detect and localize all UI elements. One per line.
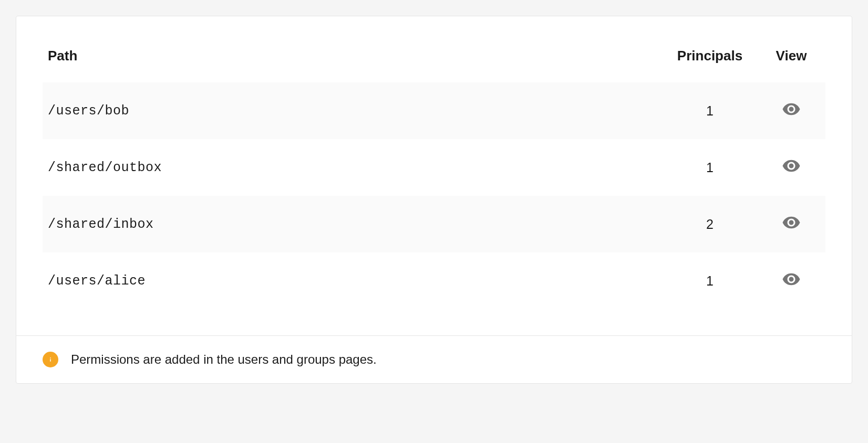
footer: Permissions are added in the users and g… <box>16 335 852 383</box>
table-row: /users/bob1 <box>43 82 825 139</box>
header-view: View <box>757 37 825 82</box>
info-icon <box>43 352 58 367</box>
table-row: /shared/outbox1 <box>43 139 825 196</box>
cell-principals: 2 <box>663 196 757 252</box>
eye-icon[interactable] <box>782 156 801 175</box>
cell-path: /shared/outbox <box>43 139 663 196</box>
cell-principals: 1 <box>663 139 757 196</box>
table-row: /shared/inbox2 <box>43 196 825 252</box>
eye-icon[interactable] <box>782 270 801 289</box>
permissions-table: Path Principals View /users/bob1/shared/… <box>43 37 825 309</box>
eye-icon[interactable] <box>782 100 801 119</box>
footer-message: Permissions are added in the users and g… <box>71 352 377 367</box>
permissions-card: Path Principals View /users/bob1/shared/… <box>16 16 852 384</box>
cell-path: /users/bob <box>43 82 663 139</box>
header-principals: Principals <box>663 37 757 82</box>
cell-view <box>757 196 825 252</box>
table-container: Path Principals View /users/bob1/shared/… <box>16 16 852 335</box>
table-row: /users/alice1 <box>43 252 825 309</box>
eye-icon[interactable] <box>782 213 801 232</box>
cell-view <box>757 82 825 139</box>
cell-path: /users/alice <box>43 252 663 309</box>
cell-view <box>757 139 825 196</box>
cell-path: /shared/inbox <box>43 196 663 252</box>
cell-principals: 1 <box>663 82 757 139</box>
header-path: Path <box>43 37 663 82</box>
cell-principals: 1 <box>663 252 757 309</box>
table-header-row: Path Principals View <box>43 37 825 82</box>
cell-view <box>757 252 825 309</box>
